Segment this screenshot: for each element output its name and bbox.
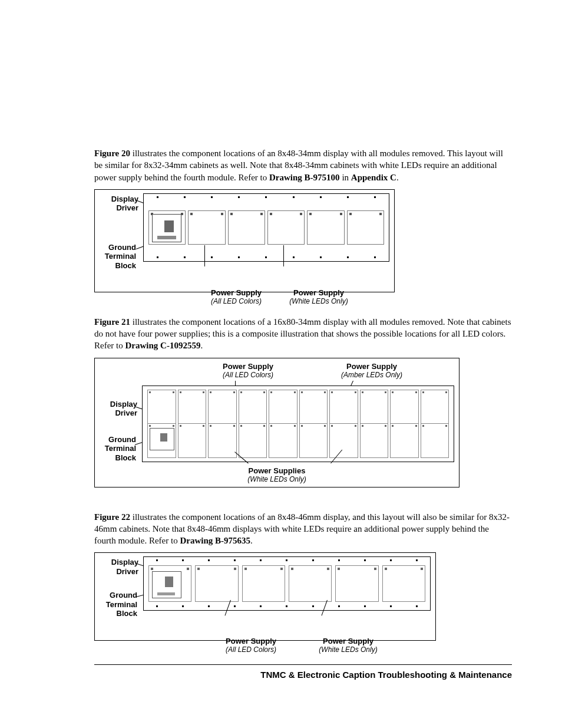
paragraph-figure-22: Figure 22 illustrates the component loca… — [94, 511, 512, 547]
drawing-ref-b975100: Drawing B-975100 — [269, 173, 340, 182]
fig21-top1-title: Power Supply — [201, 362, 295, 371]
figure-22-diagram: Display Driver Ground Terminal Block — [94, 552, 436, 641]
label-ground: Ground — [110, 591, 137, 599]
footer-title: TNMC & Electronic Caption Troubleshootin… — [94, 670, 512, 680]
para2-end: . — [200, 341, 203, 350]
display-driver-component — [152, 214, 181, 242]
fig22-ps1-sub: (All LED Colors) — [207, 645, 295, 654]
cabinet-outline — [143, 556, 431, 611]
fig22-ps2-title: Power Supply — [301, 637, 395, 645]
label-display: Display — [111, 558, 138, 566]
leader-line — [283, 245, 284, 266]
label-display: Display — [110, 400, 137, 409]
label-terminal: Terminal — [105, 252, 136, 261]
ps2-title: Power Supply — [272, 288, 366, 297]
drawing-ref-c1092559: Drawing C-1092559 — [125, 341, 200, 350]
leader-line — [204, 245, 205, 266]
figure-20-diagram: Display Driver Ground Terminal Block — [94, 189, 395, 292]
fig22-ps2-sub: (White LEDs Only) — [301, 645, 395, 654]
label-driver: Driver — [115, 409, 137, 417]
fig21-top2-title: Power Supply — [319, 362, 425, 371]
label-block: Block — [115, 453, 136, 462]
fig22-ps1-title: Power Supply — [207, 637, 295, 645]
ps1-sub: (All LED Colors) — [195, 297, 277, 305]
label-block: Block — [115, 261, 136, 270]
figure-ref-20: Figure 20 — [94, 149, 130, 158]
ps2-sub: (White LEDs Only) — [272, 297, 366, 305]
figure-ref-22: Figure 22 — [94, 512, 130, 522]
paragraph-figure-20: Figure 20 illustrates the component loca… — [94, 147, 512, 183]
label-driver: Driver — [116, 567, 138, 576]
ps1-title: Power Supply — [195, 288, 277, 297]
figure-21-diagram: Power Supply (All LED Colors) Power Supp… — [94, 358, 459, 487]
para3-end: . — [250, 536, 253, 545]
label-driver: Driver — [116, 203, 138, 212]
cabinet-outline — [143, 193, 389, 262]
label-ground: Ground — [108, 243, 136, 252]
label-terminal: Terminal — [106, 600, 137, 609]
para1-in: in — [340, 173, 351, 182]
drawing-ref-b975635: Drawing B-975635 — [180, 536, 250, 545]
fig21-bot-sub: (White LEDs Only) — [95, 475, 459, 483]
fig21-bot-title: Power Supplies — [95, 466, 459, 475]
label-terminal: Terminal — [105, 444, 136, 453]
para3-text: illustrates the component locations of a… — [94, 512, 510, 546]
cabinet-outline — [142, 386, 454, 462]
page: Figure 20 illustrates the component loca… — [0, 0, 562, 715]
display-driver-component — [150, 428, 174, 450]
footer-rule — [94, 664, 512, 665]
display-driver-component — [152, 571, 181, 598]
paragraph-figure-21: Figure 21 illustrates the component loca… — [94, 316, 512, 352]
appendix-ref-c: Appendix C — [351, 173, 396, 182]
label-block: Block — [117, 609, 137, 618]
fig21-top2-sub: (Amber LEDs Only) — [319, 371, 425, 379]
fig21-top1-sub: (All LED Colors) — [201, 371, 295, 379]
para1-end: . — [396, 173, 399, 182]
label-display: Display — [111, 195, 138, 203]
figure-ref-21: Figure 21 — [94, 317, 130, 327]
label-ground: Ground — [108, 435, 136, 444]
